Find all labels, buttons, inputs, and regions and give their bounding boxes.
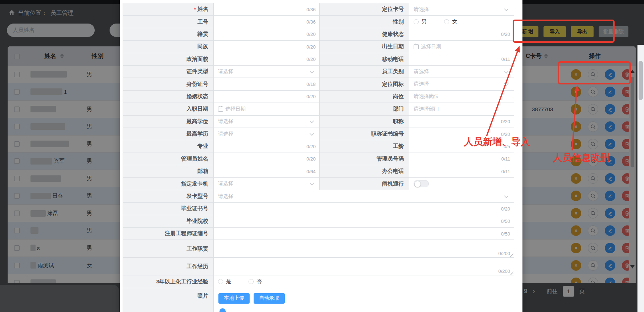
char-counter: 0/11	[501, 57, 510, 62]
char-counter: 0/18	[307, 82, 316, 87]
field-label: 毕业院校	[123, 215, 214, 227]
field-input[interactable]: 0/20	[409, 28, 514, 40]
field-label: 岗位	[319, 91, 409, 103]
form-row: *姓名0/36定位卡号请选择	[123, 3, 514, 16]
select-placeholder: 请选择	[414, 6, 429, 13]
field-label: 工龄	[319, 140, 409, 152]
field-input[interactable]: 0/20	[214, 41, 319, 53]
form-row: 3年以上化工行业经验是否	[123, 275, 514, 288]
gate-pass-toggle[interactable]	[414, 180, 429, 187]
field-label: 性别	[319, 16, 409, 28]
field-input[interactable]: 0/20	[214, 153, 319, 165]
select-placeholder: 请选择	[218, 68, 233, 75]
chevron-down-icon	[504, 6, 509, 13]
form-row: 毕业院校0/50	[123, 215, 514, 228]
field-label: 政治面貌	[123, 53, 214, 65]
field-select[interactable]: 请选择	[214, 178, 319, 190]
field-label: 闸机通行	[319, 178, 409, 190]
radio-option[interactable]	[444, 19, 449, 24]
field-textarea[interactable]: 0/200	[214, 258, 514, 275]
field-input[interactable]: 0/50	[214, 215, 514, 227]
field-label: 最高学位	[123, 116, 214, 128]
field-label: 毕业证书号	[123, 203, 214, 215]
field-label: 最高学历	[123, 128, 214, 140]
resize-handle-icon[interactable]	[510, 253, 513, 257]
radio-option[interactable]	[218, 279, 223, 284]
radio-label: 否	[257, 278, 262, 285]
field-select[interactable]: 请选择	[214, 66, 319, 78]
employee-form-dialog: *姓名0/36定位卡号请选择工号0/36性别男女籍贯0/20健康状态0/20民族…	[120, 0, 522, 312]
radio-label: 是	[226, 278, 231, 285]
form-row: 工作经历0/200	[123, 258, 514, 275]
chevron-down-icon	[309, 68, 314, 75]
field-input[interactable]: 0/20	[409, 128, 514, 140]
field-label: 发卡型号	[123, 190, 214, 202]
field-textarea[interactable]: 0/200	[214, 240, 514, 257]
radio-option[interactable]	[414, 19, 419, 24]
field-input[interactable]: 0/11	[409, 153, 514, 165]
field-input[interactable]: 0/36	[214, 16, 319, 28]
field-input[interactable]: 0/11	[409, 53, 514, 65]
char-counter: 0/5	[504, 143, 510, 149]
field-toggle[interactable]	[409, 178, 514, 190]
field-input[interactable]: 0/18	[214, 78, 319, 90]
field-select[interactable]: 请选择	[214, 116, 319, 128]
field-label: 婚姻状态	[123, 91, 214, 103]
local-upload-button[interactable]: 本地上传	[218, 293, 250, 304]
field-input[interactable]: 0/11	[409, 165, 514, 177]
form-row: 工作职责0/200	[123, 240, 514, 258]
field-select[interactable]: 请选择	[214, 190, 514, 202]
field-input[interactable]: 0/5	[409, 140, 514, 152]
resize-handle-icon[interactable]	[510, 271, 513, 275]
field-select[interactable]: 请选择	[214, 128, 319, 140]
select-placeholder: 请选择	[218, 193, 233, 200]
field-label: 定位卡号	[319, 3, 409, 15]
employee-form: *姓名0/36定位卡号请选择工号0/36性别男女籍贯0/20健康状态0/20民族…	[123, 3, 514, 312]
char-counter: 0/20	[307, 44, 316, 49]
field-input[interactable]: 0/20	[214, 91, 319, 103]
field-radio[interactable]: 是否	[214, 275, 514, 287]
auto-capture-button[interactable]: 自动录取	[254, 293, 285, 304]
field-date[interactable]: 选择日期	[214, 103, 319, 115]
form-row: 籍贯0/20健康状态0/20	[123, 28, 514, 41]
field-label: 身份证号	[123, 78, 214, 90]
field-radio[interactable]: 男女	[409, 16, 514, 28]
field-input[interactable]: 0/64	[214, 165, 319, 177]
dialog-scrollbar-thumb[interactable]	[639, 61, 643, 100]
radio-option[interactable]	[249, 279, 254, 284]
field-input[interactable]: 0/20	[214, 203, 514, 215]
field-select[interactable]: 请选择部门	[409, 103, 514, 115]
dialog-scrollbar[interactable]	[637, 45, 644, 312]
form-row: 专业0/20工龄0/5	[123, 140, 514, 153]
field-input[interactable]: 0/20	[214, 28, 319, 40]
form-row: 注册工程师证编号0/50	[123, 228, 514, 240]
chevron-down-icon	[309, 180, 314, 187]
char-counter: 0/36	[307, 7, 316, 12]
char-counter: 0/36	[307, 19, 316, 25]
field-date[interactable]: 选择日期	[409, 41, 514, 53]
field-label: 专业	[123, 140, 214, 152]
select-placeholder: 请选择	[414, 81, 429, 87]
char-counter: 0/20	[307, 143, 316, 149]
select-placeholder: 请选择岗位	[414, 93, 439, 100]
field-select[interactable]: 请选择	[409, 78, 514, 90]
field-input[interactable]: 0/20	[409, 116, 514, 128]
field-buttons[interactable]: 本地上传自动录取	[214, 288, 514, 312]
field-input[interactable]: 0/20	[214, 140, 319, 152]
field-label: 健康状态	[319, 28, 409, 40]
field-select[interactable]: 请选择	[409, 3, 514, 15]
form-row: 发卡型号请选择	[123, 190, 514, 203]
field-input[interactable]: 0/20	[214, 53, 319, 65]
field-label: 入职日期	[123, 103, 214, 115]
field-select[interactable]: 请选择岗位	[409, 91, 514, 103]
char-counter: 0/20	[307, 57, 316, 62]
form-row: 最高学历请选择职称证书编号0/20	[123, 128, 514, 140]
field-input[interactable]: 0/36	[214, 3, 319, 15]
field-input[interactable]: 0/50	[214, 228, 514, 240]
photo-buttons: 本地上传自动录取	[218, 293, 289, 304]
field-label: *姓名	[123, 3, 214, 15]
required-mark: *	[194, 7, 196, 12]
field-label: 职称证书编号	[319, 128, 409, 140]
select-placeholder: 请选择	[218, 180, 233, 187]
field-select[interactable]: 请选择	[409, 66, 514, 78]
